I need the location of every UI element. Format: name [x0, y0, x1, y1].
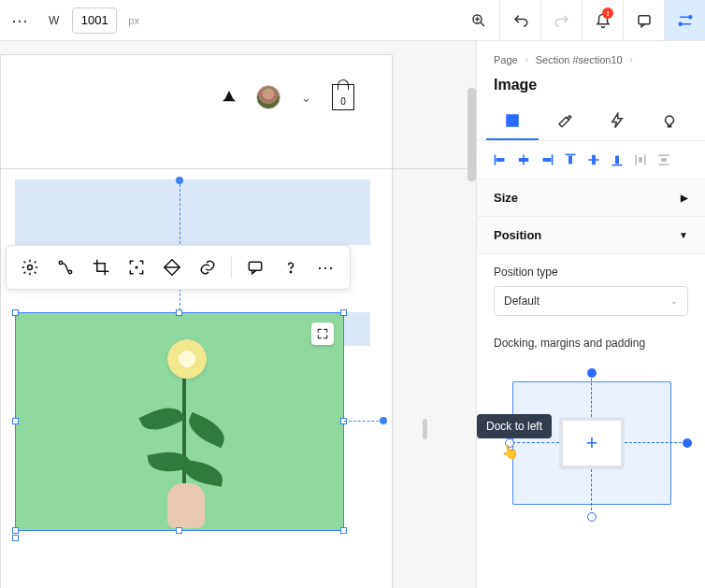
tab-layout[interactable]: [486, 103, 539, 140]
align-center-h[interactable]: [513, 151, 534, 169]
comment-button[interactable]: [239, 251, 271, 283]
svg-rect-34: [639, 158, 641, 163]
anchor-right-icon: [380, 417, 387, 424]
chevron-down-icon[interactable]: ⌄: [301, 91, 311, 105]
comments-button[interactable]: [623, 0, 664, 40]
position-section[interactable]: Position ▼: [477, 217, 705, 254]
caret-down-icon: ▼: [679, 230, 688, 240]
dock-guide: [591, 469, 592, 510]
resize-handle[interactable]: [176, 309, 182, 316]
animation-button[interactable]: [50, 251, 81, 283]
more-actions-button[interactable]: ⋯: [310, 251, 342, 283]
selected-image[interactable]: [15, 312, 344, 531]
svg-point-10: [59, 261, 62, 264]
dock-left-tooltip: Dock to left: [477, 414, 552, 438]
cart-icon[interactable]: 0: [332, 84, 354, 110]
svg-rect-29: [592, 155, 595, 165]
inspector-panel: Page › Section #section10 › Image Size ▶: [476, 41, 705, 588]
resize-handle[interactable]: [340, 527, 347, 534]
width-label: W: [49, 14, 59, 27]
svg-point-12: [136, 266, 137, 268]
help-button[interactable]: [275, 251, 307, 283]
canvas-scrollbar[interactable]: [468, 88, 476, 181]
svg-point-8: [679, 22, 682, 25]
svg-point-11: [68, 270, 71, 273]
responsive-button[interactable]: [156, 251, 188, 283]
crop-button[interactable]: [85, 251, 117, 283]
svg-line-1: [481, 22, 484, 26]
plus-icon: +: [586, 431, 598, 455]
distribute-h[interactable]: [630, 151, 651, 169]
resize-handle[interactable]: [12, 418, 19, 424]
distribute-v[interactable]: [654, 151, 674, 169]
dock-top-anchor[interactable]: [587, 368, 597, 378]
chevron-down-icon: ⌄: [670, 296, 678, 306]
chevron-right-icon: ›: [630, 55, 633, 65]
position-type-label: Position type: [494, 265, 688, 279]
notifications-button[interactable]: !: [582, 0, 623, 40]
dock-bottom-anchor[interactable]: [587, 512, 597, 522]
resize-handle[interactable]: [176, 527, 182, 534]
site-bell-icon[interactable]: [223, 91, 236, 104]
svg-rect-31: [615, 156, 618, 164]
svg-rect-21: [496, 158, 504, 161]
position-type-value: Default: [504, 294, 540, 308]
tab-tips[interactable]: [643, 103, 696, 140]
cursor-icon: 👆: [500, 441, 521, 461]
toolbar-divider: [231, 256, 232, 279]
svg-point-9: [28, 265, 33, 270]
panel-toggle-button[interactable]: [664, 0, 705, 40]
horizontal-guide: [344, 421, 383, 422]
position-section-label: Position: [494, 228, 541, 242]
docking-label: Docking, margins and padding: [477, 320, 705, 357]
align-bottom[interactable]: [607, 151, 627, 169]
position-type-select[interactable]: Default ⌄: [494, 286, 688, 316]
undo-button[interactable]: [499, 0, 540, 40]
settings-button[interactable]: [14, 251, 46, 283]
anchor-handle[interactable]: [12, 535, 19, 541]
notification-badge-icon: !: [602, 7, 613, 19]
link-button[interactable]: [192, 251, 223, 283]
tab-design[interactable]: [539, 103, 591, 140]
caret-right-icon: ▶: [681, 193, 688, 203]
image-content: [137, 332, 231, 528]
docking-control: + Dock to left 👆: [494, 365, 688, 523]
page-title: Image: [477, 69, 705, 103]
zoom-button[interactable]: [458, 0, 499, 40]
breadcrumb-page[interactable]: Page: [494, 54, 518, 65]
canvas[interactable]: ⌄ 0: [0, 41, 476, 588]
dock-center-button[interactable]: +: [559, 417, 625, 469]
dock-guide: [512, 442, 559, 443]
focal-button[interactable]: [121, 251, 152, 283]
chevron-right-icon: ›: [525, 55, 528, 65]
resize-handle[interactable]: [12, 309, 19, 316]
align-right[interactable]: [537, 151, 557, 169]
tab-interactions[interactable]: [591, 103, 643, 140]
site-avatar[interactable]: [256, 85, 281, 109]
resize-handle[interactable]: [340, 309, 347, 316]
dock-guide: [625, 442, 686, 443]
width-unit: px: [128, 15, 139, 26]
divider-handle[interactable]: [423, 419, 427, 439]
breadcrumb: Page › Section #section10 ›: [477, 41, 705, 69]
divider: [0, 168, 476, 169]
svg-rect-4: [639, 15, 650, 23]
svg-rect-37: [662, 158, 667, 161]
align-left[interactable]: [490, 151, 511, 169]
align-top[interactable]: [560, 151, 581, 169]
resize-handle[interactable]: [12, 527, 19, 534]
align-center-v[interactable]: [583, 151, 604, 169]
svg-rect-17: [507, 115, 518, 126]
size-section-label: Size: [494, 191, 518, 205]
cart-count: 0: [340, 96, 346, 107]
expand-image-button[interactable]: [311, 323, 334, 345]
redo-button[interactable]: [540, 0, 582, 40]
more-menu[interactable]: ⋯: [6, 7, 36, 35]
dock-right-anchor[interactable]: [683, 438, 692, 448]
floating-toolbar: ⋯: [6, 245, 351, 290]
section-placeholder[interactable]: [15, 179, 370, 245]
anchor-top-icon: [176, 177, 183, 184]
width-input[interactable]: [72, 7, 117, 34]
breadcrumb-section[interactable]: Section #section10: [536, 54, 623, 65]
size-section[interactable]: Size ▶: [477, 179, 705, 217]
